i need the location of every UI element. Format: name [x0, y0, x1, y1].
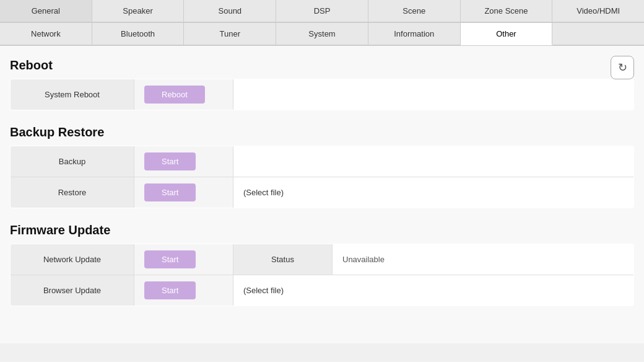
reboot-table: System Reboot Reboot — [10, 79, 634, 110]
tab-zone-scene[interactable]: Zone Scene — [461, 0, 553, 22]
table-row: System Reboot Reboot — [11, 79, 634, 110]
backup-restore-section: Backup Restore Backup Start Restore Star… — [10, 125, 634, 208]
row-label: Browser Update — [11, 275, 134, 306]
tab-system[interactable]: System — [276, 23, 368, 45]
row-label: Restore — [11, 177, 134, 208]
table-row: Browser Update Start (Select file) — [11, 275, 634, 306]
row-extra: (Select file) — [233, 275, 634, 306]
restore-start-button[interactable]: Start — [144, 183, 196, 201]
table-row: Network Update Start Status Unavailable — [11, 244, 634, 275]
row-label: Network Update — [11, 244, 134, 275]
backup-restore-table: Backup Start Restore Start (Select file) — [10, 146, 634, 208]
status-label: Status — [233, 244, 333, 275]
table-row: Backup Start — [11, 146, 634, 177]
row-action-cell: Start — [134, 146, 233, 177]
browser-update-start-button[interactable]: Start — [144, 281, 196, 299]
reboot-section: Reboot System Reboot Reboot — [10, 58, 634, 110]
tab-tuner[interactable]: Tuner — [184, 23, 276, 45]
tab-information[interactable]: Information — [368, 23, 461, 45]
row-extra — [233, 79, 634, 110]
tab-other[interactable]: Other — [461, 23, 553, 45]
firmware-update-section: Firmware Update Network Update Start Sta… — [10, 223, 634, 306]
refresh-icon: ↻ — [618, 61, 627, 74]
tab-row-1: GeneralSpeakerSoundDSPSceneZone SceneVid… — [0, 0, 644, 23]
row-extra: (Select file) — [233, 177, 634, 208]
tab-dsp[interactable]: DSP — [276, 0, 368, 22]
network-update-start-button[interactable]: Start — [144, 250, 196, 268]
table-row: Restore Start (Select file) — [11, 177, 634, 208]
main-content: ↻ Reboot System Reboot Reboot Backup Res… — [0, 46, 644, 343]
tab-bluetooth[interactable]: Bluetooth — [92, 23, 185, 45]
reboot-title: Reboot — [10, 58, 634, 73]
row-extra — [233, 146, 634, 177]
backup-restore-title: Backup Restore — [10, 125, 634, 139]
tab-general[interactable]: General — [0, 0, 92, 22]
row-action-cell: Start — [134, 244, 233, 275]
reboot-button[interactable]: Reboot — [144, 86, 205, 104]
tab-row-2: NetworkBluetoothTunerSystemInformationOt… — [0, 23, 644, 46]
tab-speaker[interactable]: Speaker — [92, 0, 185, 22]
row-action-cell: Reboot — [134, 79, 233, 110]
firmware-update-title: Firmware Update — [10, 223, 634, 237]
backup-start-button[interactable]: Start — [144, 152, 196, 170]
row-label: System Reboot — [11, 79, 134, 110]
refresh-button[interactable]: ↻ — [611, 56, 634, 79]
tab-network[interactable]: Network — [0, 23, 92, 45]
tab-scene[interactable]: Scene — [368, 0, 461, 22]
tab-video-hdmi[interactable]: Video/HDMI — [552, 0, 644, 22]
firmware-update-table: Network Update Start Status Unavailable … — [10, 244, 634, 306]
row-action-cell: Start — [134, 177, 233, 208]
tab-sound[interactable]: Sound — [184, 0, 276, 22]
tab-empty[interactable] — [552, 23, 644, 45]
row-label: Backup — [11, 146, 134, 177]
status-value: Unavailable — [333, 244, 634, 275]
row-action-cell: Start — [134, 275, 233, 306]
